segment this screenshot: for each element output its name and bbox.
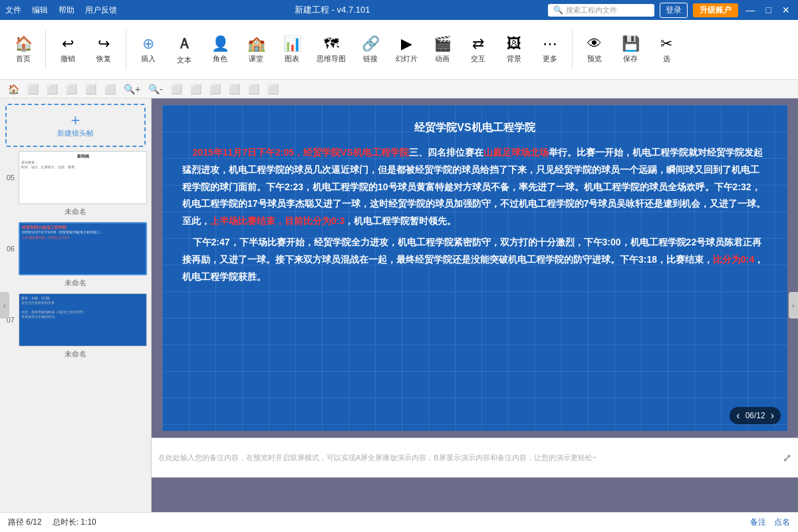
- toolbar-undo-label: 撤销: [61, 54, 75, 64]
- toolbar-mindmap-label: 思维导图: [317, 54, 346, 64]
- menu-file[interactable]: 文件: [5, 5, 21, 16]
- menu-edit[interactable]: 编辑: [32, 5, 48, 16]
- toolbar-animation-label: 动画: [435, 54, 450, 64]
- toolbar-chart[interactable]: 📊 图表: [275, 33, 309, 66]
- slide-body-text: 2015年11月7日下午2:05，经贸学院VS机电工程学院三、四名排位赛在山庭足…: [182, 144, 767, 230]
- preview-icon: 👁: [587, 35, 602, 53]
- menu-feedback[interactable]: 用户反馈: [85, 5, 117, 16]
- sub-grid-btn[interactable]: ⬜: [188, 82, 204, 96]
- classroom-icon: 🏫: [247, 35, 265, 53]
- upgrade-button[interactable]: 升级账户: [693, 3, 738, 17]
- list-item: 05 新闻稿 基本要素：时间、地点、比赛双方、过程、整果。: [3, 150, 148, 205]
- maximize-button[interactable]: □: [763, 5, 774, 15]
- slide-label-7: 未命名: [17, 349, 134, 359]
- text-final-highlight: 比分为0:4: [713, 254, 754, 265]
- toolbar-role[interactable]: 👤 角色: [203, 33, 237, 66]
- toolbar-select[interactable]: ✂ 选: [650, 33, 683, 66]
- status-right: 备注 点名: [750, 517, 790, 528]
- toolbar-more-label: 更多: [543, 54, 557, 64]
- toolbar-classroom-label: 课堂: [249, 54, 263, 64]
- toolbar-home[interactable]: 🏠 首页: [7, 33, 40, 66]
- link-icon: 🔗: [362, 35, 380, 53]
- toolbar-interact-label: 交互: [471, 54, 485, 64]
- toolbar-save[interactable]: 💾 保存: [614, 33, 647, 66]
- counter-next-button[interactable]: ›: [771, 410, 774, 422]
- notes-placeholder-text: 在此处输入您的备注内容，在预览时开启双屏模式，可以实现A屏全屏播放演示内容，B屏…: [158, 453, 783, 463]
- minimize-button[interactable]: —: [743, 5, 758, 15]
- collapse-panel-handle[interactable]: ‹: [0, 292, 9, 319]
- sub-home-btn[interactable]: 🏠: [5, 82, 22, 96]
- slide-thumbnail-6[interactable]: 经贸学院VS机电工程学院 2015年11月7日下午2:05，经贸学院VS机电工程…: [19, 222, 147, 275]
- slide-main-title: 经贸学院VS机电工程学院: [182, 118, 767, 138]
- sub-lock-btn[interactable]: ⬜: [226, 82, 243, 96]
- mindmap-icon: 🗺: [324, 35, 338, 53]
- slide-number-5: 05: [4, 174, 15, 182]
- redo-icon: ↪: [98, 35, 110, 53]
- sub-fit-btn[interactable]: ⬜: [168, 82, 185, 96]
- status-bar: 路径 6/12 总时长: 1:10 备注 点名: [0, 512, 798, 532]
- toolbar-animation[interactable]: 🎬 动画: [426, 33, 459, 66]
- toolbar-insert[interactable]: ⊕ 插入: [132, 33, 165, 66]
- slide-thumbnail-5[interactable]: 新闻稿 基本要素：时间、地点、比赛双方、过程、整果。: [19, 151, 147, 204]
- status-duration: 总时长: 1:10: [53, 517, 96, 528]
- toolbar-text-label: 文本: [177, 55, 192, 65]
- toolbar-preview[interactable]: 👁 预览: [578, 33, 611, 66]
- chart-icon: 📊: [283, 35, 301, 53]
- select-icon: ✂: [660, 35, 672, 53]
- status-notes-action[interactable]: 备注: [750, 517, 766, 528]
- text-date-highlight: 2015年11月7日下午2:05，经贸学院VS机电工程学院: [193, 147, 409, 158]
- slide-thumbnail-7[interactable]: 要素：长幅、5问题在生活注意新长幼关系 社区：及时有效地构成（2题主士的月指导；…: [19, 293, 147, 346]
- slide-label-5: 未命名: [17, 207, 134, 217]
- animation-icon: 🎬: [434, 35, 452, 53]
- status-rollcall-action[interactable]: 点名: [774, 517, 790, 528]
- title-bar: 文件 编辑 帮助 用户反馈 新建工程 - v4.7.101 🔍 搜索工程内文件 …: [0, 0, 798, 20]
- right-panel-toggle[interactable]: ›: [789, 292, 798, 319]
- undo-icon: ↩: [62, 35, 74, 53]
- slide-panel: + 新建镜头帧 05 新闻稿 基本要素：时间、地点、比赛双方、过程、整果。 未命…: [0, 98, 152, 512]
- sub-toolbar: 🏠 ⬜ ⬜ ⬜ ⬜ ⬜ 🔍+ 🔍- ⬜ ⬜ ⬜ ⬜ ⬜ ⬜: [0, 80, 798, 98]
- toolbar-text[interactable]: Ａ 文本: [168, 31, 201, 68]
- toolbar-redo[interactable]: ↪ 恢复: [87, 33, 120, 66]
- window-title: 新建工程 - v4.7.101: [295, 4, 370, 16]
- slide5-title: 新闻稿: [21, 154, 144, 160]
- menu-bar: 文件 编辑 帮助 用户反馈: [5, 5, 117, 16]
- toolbar-link[interactable]: 🔗 链接: [354, 33, 387, 66]
- search-box[interactable]: 🔍 搜索工程内文件: [548, 4, 654, 17]
- notes-expand-button[interactable]: ⤢: [783, 452, 791, 464]
- sub-undo-btn[interactable]: ⬜: [25, 82, 41, 96]
- sub-align-btn[interactable]: ⬜: [102, 82, 118, 96]
- toolbar-slideshow[interactable]: ▶ 幻灯片: [390, 33, 423, 66]
- new-slide-button[interactable]: + 新建镜头帧: [5, 104, 146, 147]
- status-path: 路径 6/12: [8, 517, 42, 528]
- toolbar-background[interactable]: 🖼 背景: [497, 33, 531, 66]
- text-icon: Ａ: [177, 34, 192, 54]
- toolbar-classroom[interactable]: 🏫 课堂: [239, 33, 273, 66]
- toolbar-more[interactable]: ⋯ 更多: [533, 33, 567, 66]
- sub-zoom-in-btn[interactable]: 🔍+: [121, 82, 143, 96]
- status-left: 路径 6/12 总时长: 1:10: [8, 517, 96, 528]
- sub-snap-btn[interactable]: ⬜: [207, 82, 223, 96]
- toolbar-undo[interactable]: ↩ 撤销: [51, 33, 84, 66]
- home-icon: 🏠: [15, 35, 33, 53]
- menu-help[interactable]: 帮助: [59, 5, 74, 16]
- search-icon: 🔍: [553, 5, 563, 15]
- counter-prev-button[interactable]: ‹: [736, 410, 739, 422]
- sub-cut-btn[interactable]: ⬜: [82, 82, 99, 96]
- counter-label: 06/12: [745, 411, 765, 420]
- toolbar-slideshow-label: 幻灯片: [396, 54, 418, 64]
- sub-paste-btn[interactable]: ⬜: [63, 82, 80, 96]
- sub-copy-btn[interactable]: ⬜: [44, 82, 61, 96]
- toolbar-chart-label: 图表: [285, 54, 299, 64]
- toolbar-interact[interactable]: ⇄ 交互: [462, 33, 495, 66]
- toolbar: 🏠 首页 ↩ 撤销 ↪ 恢复 ⊕ 插入 Ａ 文本 👤 角色 🏫 课堂 📊 图表 …: [0, 20, 798, 80]
- toolbar-divider-3: [572, 30, 573, 70]
- plus-icon: +: [70, 112, 80, 128]
- toolbar-mindmap[interactable]: 🗺 思维导图: [311, 33, 351, 66]
- sub-fullscreen-btn[interactable]: ⬜: [265, 82, 281, 96]
- list-item: 06 经贸学院VS机电工程学院 2015年11月7日下午2:05，经贸学院VS机…: [3, 221, 148, 277]
- sub-export-btn[interactable]: ⬜: [245, 82, 262, 96]
- login-button[interactable]: 登录: [660, 3, 688, 18]
- slide-content[interactable]: 经贸学院VS机电工程学院 2015年11月7日下午2:05，经贸学院VS机电工程…: [182, 118, 767, 286]
- close-button[interactable]: ✕: [779, 5, 793, 15]
- sub-zoom-out-btn[interactable]: 🔍-: [146, 82, 166, 96]
